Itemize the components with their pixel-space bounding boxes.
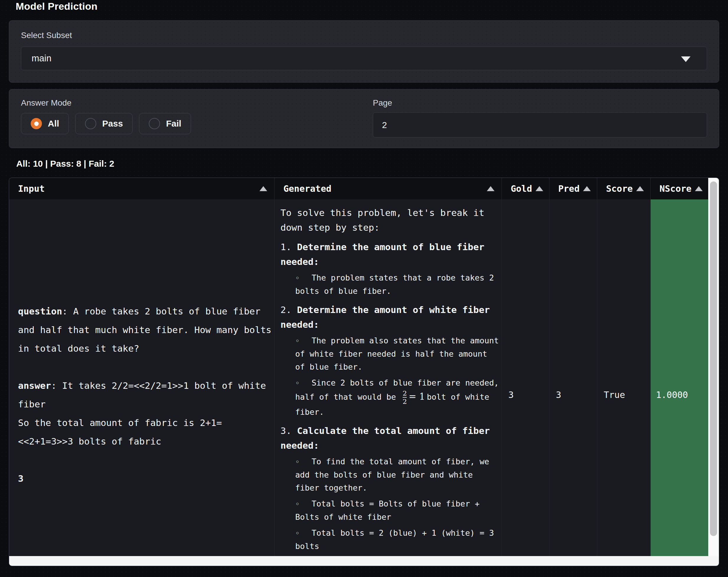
bullet-text: The problem states that a robe takes 2 b… [295, 273, 494, 296]
subset-label: Select Subset [21, 31, 707, 40]
final-answer: 3 [18, 473, 24, 484]
radio-unselected-icon [85, 118, 96, 129]
generated-step-1: 1. Determine the amount of blue fiber ne… [281, 240, 499, 269]
bullet-text: To find the total amount of fiber, we ad… [295, 457, 489, 492]
radio-option-all[interactable]: All [21, 113, 69, 134]
sort-asc-icon [536, 186, 543, 191]
gold-value: 3 [509, 390, 514, 400]
score-value: True [604, 390, 625, 400]
cell-score[interactable]: True [597, 199, 651, 556]
vertical-scrollbar[interactable] [708, 178, 719, 556]
page-input[interactable] [373, 112, 707, 137]
generated-step-3: 3. Calculate the total amount of fiber n… [281, 423, 499, 453]
subset-dropdown[interactable]: main [21, 47, 707, 70]
column-header-score-label: Score [606, 184, 633, 194]
controls-panel: Answer Mode All Pass Fail Page [9, 89, 719, 148]
pred-value: 3 [556, 390, 561, 400]
status-counts: All: 10 | Pass: 8 | Fail: 2 [16, 159, 719, 169]
step-number: 2. [281, 304, 297, 315]
sort-asc-icon [487, 186, 494, 191]
page-field-group: Page [373, 98, 707, 148]
generated-bullet: ◦The problem also states that the amount… [281, 334, 499, 374]
column-header-gold-label: Gold [511, 184, 532, 194]
sort-asc-icon [636, 186, 644, 191]
radio-unselected-icon [149, 118, 160, 129]
cell-nscore[interactable]: 1.0000 [651, 199, 708, 556]
generated-bullet: ◦Total bolts = 2 (blue) + 1 (white) = 3 … [281, 527, 499, 553]
cell-pred[interactable]: 3 [549, 199, 597, 556]
radio-option-fail[interactable]: Fail [139, 113, 191, 134]
generated-bullet: ◦The problem states that a robe takes 2 … [281, 271, 499, 298]
model-prediction-page: Model Prediction Select Subset main Answ… [0, 0, 728, 566]
fraction-numerator: 2 [403, 390, 407, 397]
sort-asc-icon [260, 186, 267, 191]
cell-gold[interactable]: 3 [502, 199, 549, 556]
answer-text: : It takes 2/2=<<2/2=1>>1 bolt of white … [18, 380, 271, 447]
vertical-scrollbar-thumb[interactable] [710, 182, 717, 536]
step-title: Determine the amount of white fiber need… [281, 304, 490, 330]
generated-bullet: ◦To find the total amount of fiber, we a… [281, 455, 499, 494]
page-label: Page [373, 98, 707, 108]
cell-generated[interactable]: To solve this problem, let's break it do… [275, 199, 502, 556]
column-header-score[interactable]: Score [597, 178, 651, 199]
radio-option-pass[interactable]: Pass [75, 113, 133, 134]
generated-step-2: 2. Determine the amount of white fiber n… [281, 302, 499, 332]
generated-bullet: ◦Total bolts = Bolts of blue fiber + Bol… [281, 497, 499, 524]
subset-dropdown-value: main [32, 53, 51, 64]
sort-asc-icon [695, 186, 703, 191]
bullet-text: The problem also states that the amount … [295, 336, 499, 372]
circle-bullet-icon: ◦ [295, 274, 300, 282]
generated-bullet-fraction: ◦Since 2 bolts of blue fiber are needed,… [281, 377, 499, 419]
radio-option-pass-label: Pass [102, 118, 123, 129]
table-row: question: A robe takes 2 bolts of blue f… [9, 199, 708, 556]
step-number: 1. [281, 242, 297, 252]
column-header-gold[interactable]: Gold [502, 178, 549, 199]
sort-asc-icon [583, 186, 591, 191]
horizontal-scrollbar[interactable] [9, 556, 719, 566]
bullet-text: Total bolts = Bolts of blue fiber + Bolt… [295, 499, 479, 522]
cell-input[interactable]: question: A robe takes 2 bolts of blue f… [9, 199, 275, 556]
radio-option-all-label: All [48, 118, 59, 129]
column-header-input-label: Input [18, 184, 45, 194]
nscore-value: 1.0000 [656, 390, 688, 400]
answer-mode-group: Answer Mode All Pass Fail [21, 98, 355, 148]
page-title: Model Prediction [16, 1, 719, 12]
column-header-input[interactable]: Input [9, 178, 275, 199]
answer-label: answer [18, 380, 51, 391]
circle-bullet-icon: ◦ [295, 458, 300, 466]
chevron-down-icon [681, 56, 691, 62]
math-fraction: 22 [403, 390, 407, 406]
answer-mode-options: All Pass Fail [21, 113, 355, 134]
column-header-pred[interactable]: Pred [549, 178, 597, 199]
bullet-text: Total bolts = 2 (blue) + 1 (white) = 3 b… [295, 528, 494, 551]
step-title: Determine the amount of blue fiber neede… [281, 242, 485, 267]
radio-option-fail-label: Fail [166, 118, 181, 129]
column-header-generated-label: Generated [283, 184, 332, 194]
answer-mode-label: Answer Mode [21, 98, 355, 108]
table-header-row: Input Generated Gold Pred Score NScore [9, 178, 708, 199]
subset-panel: Select Subset main [9, 20, 719, 83]
question-label: question [18, 306, 62, 317]
column-header-pred-label: Pred [558, 184, 579, 194]
circle-bullet-icon: ◦ [295, 337, 300, 345]
step-title: Calculate the total amount of fiber need… [281, 425, 490, 451]
circle-bullet-icon: ◦ [295, 379, 300, 387]
input-cell-text: question: A robe takes 2 bolts of blue f… [18, 302, 271, 488]
column-header-nscore[interactable]: NScore [651, 178, 708, 199]
circle-bullet-icon: ◦ [295, 529, 300, 538]
results-table: Input Generated Gold Pred Score NScore [9, 177, 719, 566]
radio-dot-icon [34, 121, 39, 126]
column-header-nscore-label: NScore [659, 184, 692, 194]
step-number: 3. [281, 425, 297, 436]
circle-bullet-icon: ◦ [295, 500, 300, 508]
fraction-denominator: 2 [403, 397, 407, 405]
radio-selected-icon [31, 118, 42, 129]
math-equals: = 1 [409, 391, 425, 402]
column-header-generated[interactable]: Generated [275, 178, 502, 199]
generated-intro: To solve this problem, let's break it do… [281, 205, 499, 235]
